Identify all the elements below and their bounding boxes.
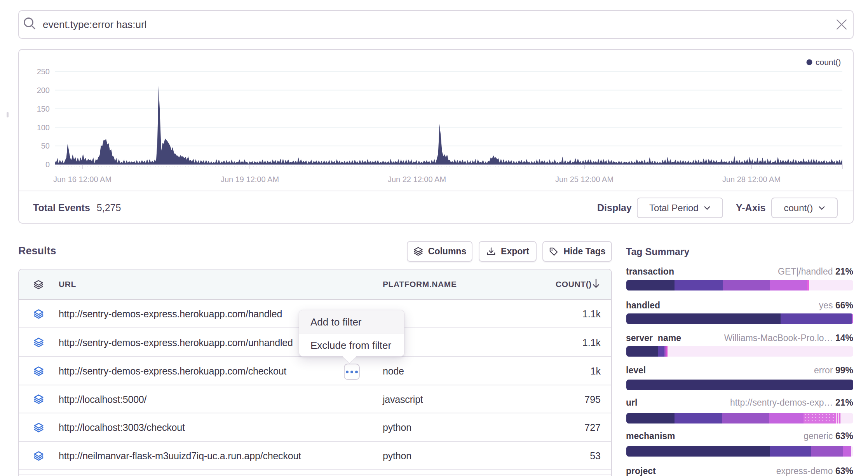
svg-text:Jun 16 12:00 AM: Jun 16 12:00 AM [53,175,112,184]
svg-text:Jun 28 12:00 AM: Jun 28 12:00 AM [722,175,781,184]
svg-text:250: 250 [37,67,50,76]
svg-text:Jun 22 12:00 AM: Jun 22 12:00 AM [388,175,446,184]
svg-text:200: 200 [37,86,50,94]
svg-text:50: 50 [41,142,50,150]
svg-text:count(): count() [816,58,841,66]
svg-text:Jun 25 12:00 AM: Jun 25 12:00 AM [555,175,614,184]
svg-text:Jun 19 12:00 AM: Jun 19 12:00 AM [221,175,279,184]
svg-text:150: 150 [37,105,50,113]
svg-text:0: 0 [45,160,50,169]
svg-text:100: 100 [37,123,50,132]
